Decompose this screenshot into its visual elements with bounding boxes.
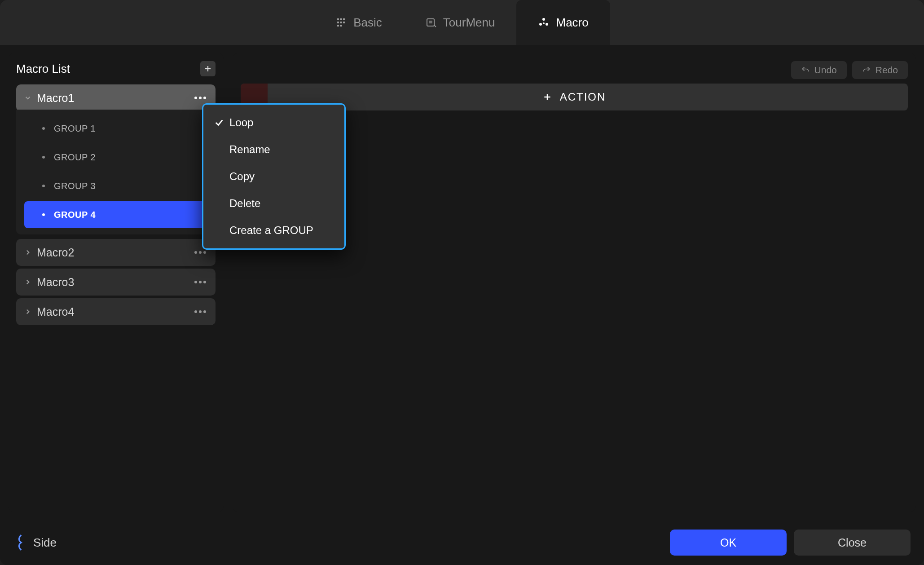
side-label: Side	[33, 536, 57, 550]
bullet-icon	[42, 213, 45, 216]
ok-label: OK	[720, 536, 736, 549]
svg-rect-3	[337, 22, 339, 23]
menu-item-rename[interactable]: Rename	[203, 136, 344, 163]
menu-icon	[425, 17, 437, 28]
app-window: Basic TourMenu Macro Macro List	[0, 0, 924, 565]
macro-name: Macro4	[37, 305, 191, 318]
chevron-down-icon	[22, 94, 33, 102]
dots-icon	[194, 281, 197, 283]
macro-item: Macro3	[16, 269, 216, 296]
group-item[interactable]: GROUP 3	[24, 172, 207, 199]
bullet-icon	[42, 127, 45, 130]
macro-context-menu: Loop Rename Copy Delete Create a GROUP	[202, 103, 346, 250]
macro-more-button[interactable]	[191, 97, 209, 99]
ok-button[interactable]: OK	[670, 530, 787, 556]
macro-list-panel: Macro List Macro1	[8, 53, 224, 512]
top-tab-bar: Basic TourMenu Macro	[0, 0, 924, 45]
group-label: GROUP 3	[54, 181, 96, 191]
undo-icon	[801, 66, 810, 75]
bottom-bar: Side OK Close	[0, 520, 924, 565]
svg-rect-0	[337, 18, 339, 20]
tab-basic[interactable]: Basic	[314, 0, 404, 45]
undo-label: Undo	[814, 65, 837, 75]
dots-icon	[194, 310, 197, 313]
add-macro-button[interactable]	[200, 61, 216, 76]
svg-rect-6	[337, 25, 339, 26]
macro-icon	[538, 17, 550, 28]
group-item-selected[interactable]: GROUP 4	[24, 201, 207, 228]
bullet-icon	[42, 156, 45, 159]
sidebar-header: Macro List	[16, 61, 216, 76]
svg-rect-7	[340, 25, 342, 26]
close-button[interactable]: Close	[794, 530, 911, 556]
plus-icon	[204, 65, 212, 73]
tab-label: TourMenu	[443, 16, 495, 30]
chevron-right-icon	[22, 308, 33, 316]
group-label: GROUP 4	[54, 210, 96, 220]
redo-icon	[862, 66, 871, 75]
macro-header[interactable]: Macro3	[16, 269, 216, 296]
menu-item-delete[interactable]: Delete	[203, 190, 344, 217]
tab-tourmenu[interactable]: TourMenu	[404, 0, 517, 45]
macro-item: Macro2	[16, 239, 216, 266]
macro-header[interactable]: Macro2	[16, 239, 216, 266]
menu-label: Copy	[229, 170, 255, 183]
tab-macro[interactable]: Macro	[516, 0, 610, 45]
menu-label: Delete	[229, 197, 260, 210]
group-label: GROUP 2	[54, 152, 96, 163]
svg-point-14	[543, 22, 545, 24]
svg-point-12	[539, 23, 542, 26]
macro-item: Macro1 GROUP 1 GROUP 2	[16, 84, 216, 236]
redo-button[interactable]: Redo	[852, 61, 908, 79]
dots-icon	[194, 251, 197, 254]
dots-icon	[194, 97, 197, 99]
svg-rect-2	[343, 18, 345, 20]
content-area: Macro List Macro1	[0, 45, 924, 520]
group-item[interactable]: GROUP 2	[24, 144, 207, 171]
bullet-icon	[42, 185, 45, 187]
check-icon	[212, 118, 226, 128]
redo-label: Redo	[876, 65, 898, 75]
menu-item-copy[interactable]: Copy	[203, 163, 344, 190]
sidebar-title: Macro List	[16, 62, 70, 76]
menu-label: Loop	[229, 116, 253, 129]
svg-point-13	[546, 23, 548, 26]
chevron-right-icon	[22, 248, 33, 256]
undo-button[interactable]: Undo	[791, 61, 847, 79]
macro-more-button[interactable]	[191, 281, 209, 283]
history-bar: Undo Redo	[241, 61, 908, 79]
macro-item: Macro4	[16, 298, 216, 325]
group-list: GROUP 1 GROUP 2 GROUP 3 GROUP 4	[16, 110, 216, 234]
macro-header[interactable]: Macro4	[16, 298, 216, 325]
grid-icon	[335, 17, 347, 28]
menu-item-create-group[interactable]: Create a GROUP	[203, 217, 344, 244]
menu-label: Rename	[229, 143, 270, 156]
svg-rect-5	[343, 22, 345, 23]
macro-name: Macro1	[37, 92, 191, 105]
side-indicator[interactable]: Side	[13, 534, 57, 551]
group-label: GROUP 1	[54, 124, 96, 134]
plus-icon	[543, 93, 552, 102]
macro-more-button[interactable]	[191, 310, 209, 313]
chevron-right-icon	[22, 278, 33, 286]
close-label: Close	[838, 536, 867, 549]
macro-more-button[interactable]	[191, 251, 209, 254]
side-icon	[13, 534, 25, 551]
menu-item-loop[interactable]: Loop	[203, 109, 344, 136]
svg-point-11	[542, 18, 545, 21]
action-label: ACTION	[560, 91, 606, 103]
macro-header[interactable]: Macro1	[16, 84, 216, 111]
macro-name: Macro3	[37, 276, 191, 289]
tab-label: Basic	[353, 16, 382, 30]
svg-rect-1	[340, 18, 342, 20]
menu-label: Create a GROUP	[229, 224, 313, 237]
svg-rect-4	[340, 22, 342, 23]
tab-label: Macro	[556, 16, 588, 30]
macro-name: Macro2	[37, 246, 191, 259]
group-item[interactable]: GROUP 1	[24, 115, 207, 142]
